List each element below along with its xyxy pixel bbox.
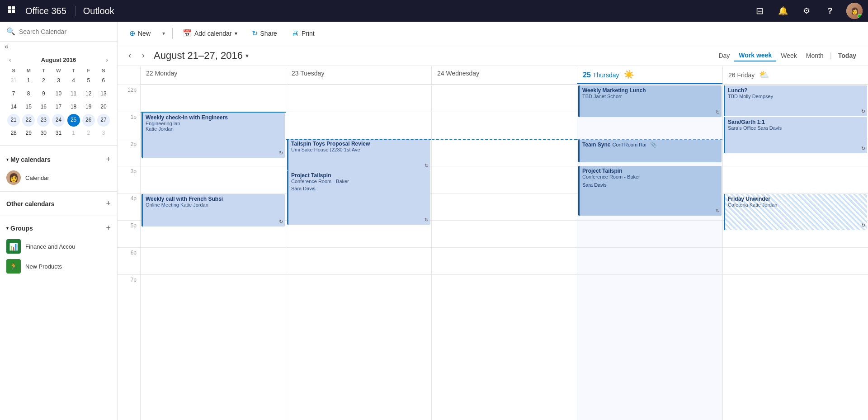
day-header-tue: 23 Tuesday: [286, 66, 431, 84]
event-sub1: Sara's Office Sara Davis: [728, 125, 864, 131]
skype-icon[interactable]: ⊟: [752, 4, 767, 18]
cal-day[interactable]: 5: [82, 75, 95, 87]
cal-day[interactable]: 9: [37, 88, 50, 100]
event-lunch-fri[interactable]: Lunch? TBD Molly Dempsey ↻: [724, 85, 867, 116]
mini-cal-prev-btn[interactable]: ‹: [6, 55, 14, 64]
cal-day[interactable]: 23: [37, 114, 50, 127]
day-header-wed: 24 Wednesday: [431, 66, 577, 84]
cal-day[interactable]: 30: [37, 127, 50, 140]
event-title: Lunch?: [728, 87, 864, 94]
today-btn[interactable]: Today: [834, 50, 861, 61]
cal-day[interactable]: 29: [22, 127, 35, 140]
cal-day[interactable]: 22: [22, 114, 35, 127]
cal-view-header: ‹ › August 21–27, 2016 ▾ Day Work week W…: [118, 45, 868, 66]
add-my-calendar-btn[interactable]: +: [106, 155, 111, 164]
group-item-new-products[interactable]: 🏃 New Products: [0, 256, 117, 276]
cal-day[interactable]: 19: [82, 101, 95, 113]
cal-title-text: August 21–27, 2016: [154, 50, 243, 61]
event-sub1: Engineering lab: [146, 121, 282, 126]
cal-day[interactable]: 11: [67, 88, 80, 100]
avatar[interactable]: 👩: [846, 3, 863, 19]
right-content: ⊕ New ▾ 📅 Add calendar ▾ ↻ Share 🖨 Print: [118, 22, 868, 420]
cal-day[interactable]: 1: [67, 127, 80, 140]
view-day-btn[interactable]: Day: [714, 50, 734, 61]
add-calendar-btn[interactable]: 📅 Add calendar ▾: [178, 26, 242, 40]
event-weekly-checkin[interactable]: Weekly check-in with Engineers Engineeri…: [142, 113, 285, 158]
share-btn[interactable]: ↻ Share: [247, 26, 282, 40]
cal-prev-btn[interactable]: ‹: [125, 49, 135, 62]
event-friday-unwinder[interactable]: Friday Unwinder Cafeteria Katie Jordan ↻: [724, 194, 867, 230]
view-week-btn[interactable]: Week: [776, 50, 802, 61]
other-calendars-header[interactable]: Other calendars +: [0, 195, 117, 212]
event-project-tailspin-tue[interactable]: Project Tailspin Conference Room - Baker…: [287, 170, 430, 225]
mini-cal-month: August 2016: [41, 57, 76, 63]
cal-day[interactable]: 18: [67, 101, 80, 113]
cal-next-btn[interactable]: ›: [138, 49, 148, 62]
cal-day[interactable]: 21: [7, 114, 20, 127]
view-month-btn[interactable]: Month: [802, 50, 828, 61]
groups-header[interactable]: ▾ Groups +: [0, 220, 117, 236]
view-work-week-btn[interactable]: Work week: [734, 50, 776, 61]
calendar-item-calendar[interactable]: 👩 Calendar: [0, 168, 117, 188]
help-icon[interactable]: ?: [823, 4, 837, 18]
finance-group-icon: 📊: [6, 239, 21, 254]
my-calendars-header[interactable]: ▾ My calendars +: [0, 151, 117, 168]
cal-day[interactable]: 7: [7, 88, 20, 100]
group-item-finance[interactable]: 📊 Finance and Accou: [0, 236, 117, 256]
add-other-calendar-btn[interactable]: +: [106, 199, 111, 208]
refresh-icon: ↻: [425, 163, 429, 169]
waffle-icon[interactable]: [5, 4, 20, 18]
cal-day[interactable]: 13: [97, 88, 110, 100]
add-cal-dropdown-icon: ▾: [235, 30, 237, 37]
day-col-wed: [431, 85, 577, 420]
cal-day[interactable]: 20: [97, 101, 110, 113]
day-columns: Weekly check-in with Engineers Engineeri…: [140, 85, 868, 420]
cal-day[interactable]: 6: [97, 75, 110, 87]
dow-w: W: [51, 67, 66, 74]
notifications-icon[interactable]: 🔔: [776, 4, 790, 18]
cal-day[interactable]: 10: [52, 88, 65, 100]
cal-day[interactable]: 12: [82, 88, 95, 100]
cal-day[interactable]: 17: [52, 101, 65, 113]
event-project-tailspin-thu[interactable]: Project Tailspin Conference Room - Baker…: [578, 166, 722, 216]
event-marketing-lunch[interactable]: Weekly Marketing Lunch TBD Janet Schorr …: [578, 85, 722, 117]
cal-day[interactable]: 8: [22, 88, 35, 100]
main-layout: 🔍 « ‹ August 2016 › S M T W T F S 31: [0, 22, 868, 420]
event-team-sync[interactable]: Team Sync Conf Room Rai 📎: [578, 140, 722, 162]
search-icon: 🔍: [6, 27, 15, 36]
cal-day[interactable]: 2: [37, 75, 50, 87]
cal-day[interactable]: 14: [7, 101, 20, 113]
day-header-fri: 26 Friday ⛅: [722, 66, 868, 84]
cal-day[interactable]: 2: [82, 127, 95, 140]
cal-day[interactable]: 31: [52, 127, 65, 140]
new-event-btn[interactable]: ⊕ New: [125, 26, 155, 40]
event-tailspin-proposal[interactable]: Tailspin Toys Proposal Review Umi Sake H…: [287, 139, 430, 170]
cal-day[interactable]: 3: [97, 127, 110, 140]
toolbar: ⊕ New ▾ 📅 Add calendar ▾ ↻ Share 🖨 Print: [118, 22, 868, 45]
cal-day[interactable]: 28: [7, 127, 20, 140]
print-btn[interactable]: 🖨 Print: [287, 27, 319, 40]
cal-day[interactable]: 16: [37, 101, 50, 113]
cal-day[interactable]: 31: [7, 75, 20, 87]
add-group-btn[interactable]: +: [106, 223, 111, 233]
cal-day[interactable]: 1: [22, 75, 35, 87]
cal-title-dropdown-btn[interactable]: ▾: [245, 52, 249, 59]
groups-title: Groups: [10, 225, 33, 232]
new-dropdown-btn[interactable]: ▾: [160, 28, 167, 38]
search-input[interactable]: [19, 28, 111, 35]
event-sara-garth[interactable]: Sara/Garth 1:1 Sara's Office Sara Davis …: [724, 117, 867, 153]
cal-day[interactable]: 4: [67, 75, 80, 87]
event-french-call[interactable]: Weekly call with French Subsi Online Mee…: [142, 194, 285, 227]
view-switcher: Day Work week Week Month | Today: [714, 50, 861, 61]
settings-icon[interactable]: ⚙: [799, 4, 814, 18]
cal-day[interactable]: 27: [97, 114, 110, 127]
cal-day[interactable]: 24: [52, 114, 65, 127]
cal-day[interactable]: 15: [22, 101, 35, 113]
sidebar-collapse-btn[interactable]: «: [5, 42, 9, 51]
day-col-fri: Lunch? TBD Molly Dempsey ↻ Sara/Garth 1:…: [722, 85, 868, 420]
mini-cal-next-btn[interactable]: ›: [103, 55, 111, 64]
refresh-icon: ↻: [425, 217, 429, 223]
cal-day[interactable]: 26: [82, 114, 95, 127]
cal-day-today[interactable]: 25: [67, 114, 80, 127]
cal-day[interactable]: 3: [52, 75, 65, 87]
